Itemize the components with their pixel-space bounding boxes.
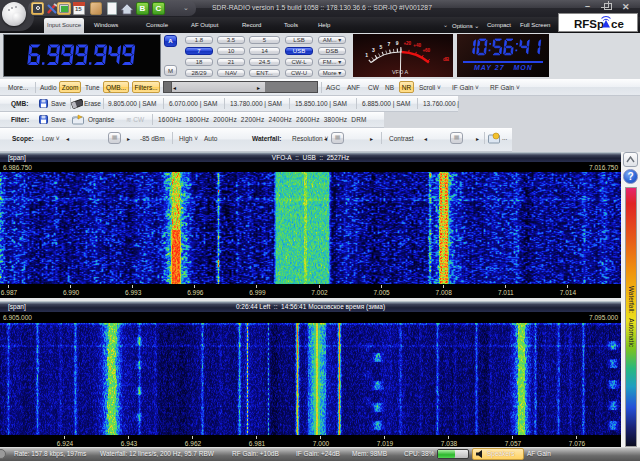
svg-text:9: 9: [396, 40, 399, 46]
svg-text:3: 3: [372, 47, 375, 53]
svg-text:+40: +40: [413, 43, 421, 48]
svg-text:ce: ce: [611, 18, 624, 30]
svg-text:dB: dB: [443, 57, 450, 62]
svg-text:1: 1: [365, 52, 368, 58]
svg-text:VFO A: VFO A: [392, 69, 409, 75]
svg-text:+60: +60: [422, 48, 430, 53]
svg-text:5: 5: [379, 44, 382, 50]
svg-text:RFSp: RFSp: [574, 18, 604, 30]
svg-text:+20: +20: [403, 41, 411, 46]
svg-text:7: 7: [387, 41, 390, 47]
